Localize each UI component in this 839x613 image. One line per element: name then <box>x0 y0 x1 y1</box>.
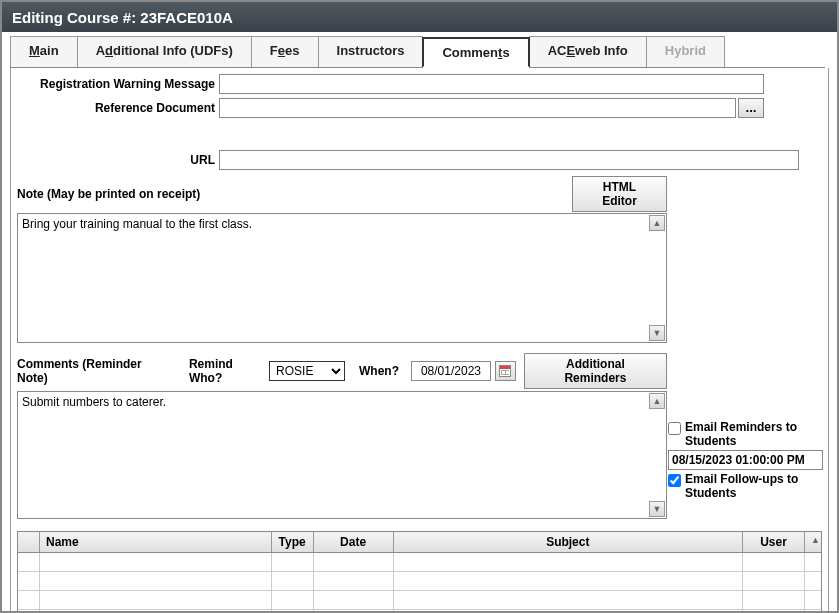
label-registration-warning: Registration Warning Message <box>17 77 219 91</box>
tab-body-comments: Registration Warning Message Reference D… <box>10 68 829 613</box>
label-when: When? <box>359 364 399 378</box>
additional-reminders-button[interactable]: Additional Reminders <box>524 353 667 389</box>
label-comments-section: Comments (Reminder Note) <box>17 357 167 385</box>
note-textarea[interactable] <box>18 214 666 342</box>
grid-header-user[interactable]: User <box>743 532 805 552</box>
label-email-reminders: Email Reminders to Students <box>685 420 823 448</box>
tab-fees[interactable]: Fees <box>251 36 319 67</box>
tab-instructors[interactable]: Instructors <box>318 36 424 67</box>
tab-hybrid: Hybrid <box>646 36 725 67</box>
reference-document-browse-button[interactable]: ... <box>738 98 764 118</box>
url-input[interactable] <box>219 150 799 170</box>
reference-document-input[interactable] <box>219 98 736 118</box>
comments-scroll-down[interactable]: ▼ <box>649 501 665 517</box>
tab-main[interactable]: Main <box>10 36 78 67</box>
email-followups-checkbox[interactable] <box>668 474 681 487</box>
grid-header-date[interactable]: Date <box>314 532 394 552</box>
tab-strip: Main Additional Info (UDFs) Fees Instruc… <box>10 36 825 68</box>
table-row[interactable] <box>18 572 821 591</box>
registration-warning-input[interactable] <box>219 74 764 94</box>
email-reminders-checkbox[interactable] <box>668 422 681 435</box>
note-scroll-up[interactable]: ▲ <box>649 215 665 231</box>
tab-additional-info[interactable]: Additional Info (UDFs) <box>77 36 252 67</box>
grid-header-name[interactable]: Name <box>40 532 272 552</box>
label-remind-who: Remind Who? <box>189 357 265 385</box>
grid-header-blank <box>18 532 40 552</box>
comments-textarea-wrap: ▲ ▼ <box>17 391 667 519</box>
grid-header: Name Type Date Subject User ▲ <box>18 532 821 553</box>
grid-header-subject[interactable]: Subject <box>394 532 744 552</box>
tab-comments[interactable]: Comments <box>422 37 529 68</box>
when-date-input[interactable] <box>411 361 491 381</box>
note-textarea-wrap: ▲ ▼ <box>17 213 667 343</box>
html-editor-button[interactable]: HTML Editor <box>572 176 667 212</box>
when-date-calendar-button[interactable] <box>495 361 516 381</box>
grid-body: ▼ <box>18 553 821 613</box>
label-note-section: Note (May be printed on receipt) <box>17 187 200 201</box>
reminder-datetime-display[interactable]: 08/15/2023 01:00:00 PM <box>668 450 823 470</box>
grid-scroll-up[interactable]: ▲ <box>805 532 821 552</box>
comments-textarea[interactable] <box>18 392 666 518</box>
window-titlebar: Editing Course #: 23FACE010A <box>2 2 837 32</box>
comments-scroll-up[interactable]: ▲ <box>649 393 665 409</box>
table-row[interactable] <box>18 553 821 572</box>
remind-who-select[interactable]: ROSIE <box>269 361 345 381</box>
grid-header-type[interactable]: Type <box>272 532 314 552</box>
label-email-followups: Email Follow-ups to Students <box>685 472 823 500</box>
table-row[interactable] <box>18 591 821 610</box>
window-title: Editing Course #: 23FACE010A <box>12 9 233 26</box>
note-scroll-down[interactable]: ▼ <box>649 325 665 341</box>
label-reference-document: Reference Document <box>17 101 219 115</box>
label-url: URL <box>17 153 219 167</box>
email-options-panel: Email Reminders to Students 08/15/2023 0… <box>668 420 823 502</box>
tab-aceweb-info[interactable]: ACEweb Info <box>529 36 647 67</box>
followup-grid: Name Type Date Subject User ▲ ▼ <box>17 531 822 613</box>
calendar-icon <box>499 365 511 377</box>
